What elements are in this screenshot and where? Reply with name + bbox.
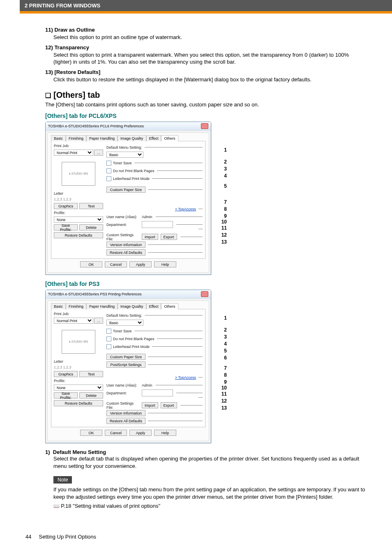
cancel-button[interactable]: Cancel: [105, 430, 127, 436]
graphics-button[interactable]: Graphics: [54, 203, 78, 209]
import-button[interactable]: Import: [142, 234, 158, 240]
close-icon[interactable]: [201, 123, 208, 129]
section-intro: The [Others] tab contains print options …: [45, 101, 367, 108]
note-label: Note: [53, 476, 72, 484]
tab-image[interactable]: Image Quality: [118, 303, 146, 309]
breadcrumb: 2 PRINTING FROM WINDOWS: [25, 2, 100, 9]
restore-defaults-button[interactable]: Restore Defaults: [54, 400, 103, 406]
page-footer: 44 Setting Up Print Options: [0, 534, 392, 551]
toner-checkbox[interactable]: [106, 329, 111, 334]
help-button[interactable]: Help: [154, 430, 176, 436]
printjob-details-button[interactable]: ...: [94, 150, 103, 156]
custom-paper-button[interactable]: Custom Paper Size: [106, 187, 145, 193]
book-link-text: P.18 "Setting initial values of print op…: [61, 503, 160, 509]
letterhead-checkbox[interactable]: [106, 176, 111, 181]
tab-paper[interactable]: Paper Handling: [86, 135, 118, 141]
delete-button[interactable]: Delete: [79, 224, 103, 230]
text-button[interactable]: Text: [79, 203, 103, 209]
letterhead-label: Letterhead Print Mode: [113, 177, 150, 181]
tab-bar: Basic Finishing Paper Handling Image Qua…: [51, 135, 205, 141]
blank-checkbox[interactable]: [106, 168, 111, 173]
ok-button[interactable]: OK: [80, 261, 102, 267]
graphics-button[interactable]: Graphics: [54, 371, 78, 377]
topaccess-link[interactable]: > TopAccess: [175, 207, 196, 211]
export-button[interactable]: Export: [161, 234, 177, 240]
book-reference: P.18 "Setting initial values of print op…: [53, 503, 367, 509]
page-nums: 1,2,3 1,2,3: [54, 197, 103, 201]
save-profile-button[interactable]: Save Profile:: [54, 224, 78, 230]
default-menu-select[interactable]: Basic: [106, 320, 143, 326]
section-title: [Others] tab: [53, 90, 100, 100]
chapter-header: 2 PRINTING FROM WINDOWS: [20, 0, 392, 14]
book-icon: [53, 503, 61, 509]
user-value: Admin: [142, 383, 152, 387]
printjob-select[interactable]: Normal Print: [54, 318, 93, 324]
user-value: Admin: [142, 215, 152, 219]
help-button[interactable]: Help: [154, 261, 176, 267]
item-12-title: 12) Transparency: [45, 44, 367, 51]
apply-button[interactable]: Apply: [129, 261, 152, 267]
printjob-details-button[interactable]: ...: [94, 318, 103, 324]
printjob-label: Print Job:: [54, 312, 103, 316]
item-11-title: 11) Draw as Outline: [45, 27, 367, 33]
tab-paper[interactable]: Paper Handling: [86, 303, 118, 309]
tab-effect[interactable]: Effect: [146, 135, 161, 141]
note-body: If you made settings on the [Others] tab…: [53, 486, 367, 500]
tab-others[interactable]: Others: [161, 135, 178, 141]
topaccess-link[interactable]: > TopAccess: [175, 375, 196, 380]
custom-paper-button[interactable]: Custom Paper Size: [106, 354, 145, 360]
tab-image[interactable]: Image Quality: [118, 135, 146, 141]
cancel-button[interactable]: Cancel: [105, 261, 127, 267]
default-menu-label: Default Menu Setting:: [106, 145, 142, 150]
tab-finishing[interactable]: Finishing: [66, 303, 86, 309]
restore-all-button[interactable]: Restore All Defaults: [106, 249, 145, 256]
ok-button[interactable]: OK: [80, 430, 102, 436]
restore-all-button[interactable]: Restore All Defaults: [106, 418, 145, 424]
item-11-body: Select this option to print an outline t…: [53, 34, 367, 41]
tab-finishing[interactable]: Finishing: [66, 135, 86, 141]
toner-checkbox[interactable]: [106, 161, 111, 166]
profile-select[interactable]: None: [54, 216, 103, 223]
footer-title: Setting Up Print Options: [39, 534, 96, 540]
callouts-ps3: 1 2 3 4 5 6 7 8 9 10 11 12 13: [211, 290, 228, 411]
toner-label: Toner Save: [113, 161, 132, 165]
paper-letter: Letter: [54, 359, 103, 364]
user-label: User name (Alias):: [106, 215, 139, 219]
postscript-settings-button[interactable]: PostScript Settings: [106, 362, 145, 368]
profile-label: Profile:: [54, 379, 103, 383]
tab-basic[interactable]: Basic: [51, 303, 66, 309]
close-icon[interactable]: [201, 291, 208, 297]
delete-button[interactable]: Delete: [79, 392, 103, 398]
blank-label: Do not Print Blank Pages: [113, 169, 154, 173]
section-heading: [Others] tab: [45, 90, 367, 100]
text-button[interactable]: Text: [79, 371, 103, 377]
tab-others[interactable]: Others: [161, 303, 178, 309]
letterhead-checkbox[interactable]: [106, 344, 111, 349]
profile-select[interactable]: None: [54, 385, 103, 391]
tab-effect[interactable]: Effect: [146, 303, 161, 309]
save-profile-button[interactable]: Save Profile:: [54, 392, 78, 398]
paper-letter: Letter: [54, 191, 103, 196]
export-button[interactable]: Export: [161, 402, 177, 408]
import-button[interactable]: Import: [142, 402, 158, 408]
tab-basic[interactable]: Basic: [51, 135, 66, 141]
preview: e-STUDIO 455: [54, 326, 103, 357]
defitem-title: Default Menu Setting: [53, 449, 106, 455]
blank-label: Do not Print Blank Pages: [113, 337, 154, 341]
apply-button[interactable]: Apply: [129, 430, 152, 436]
version-info-button[interactable]: Version Information: [106, 242, 145, 248]
default-menu-select[interactable]: Basic: [106, 152, 143, 158]
printjob-select[interactable]: Normal Print: [54, 150, 93, 156]
version-info-button[interactable]: Version Information: [106, 410, 145, 416]
item-12-body: Select this option to print a transparen…: [53, 51, 367, 66]
page-number: 44: [25, 534, 31, 540]
callouts-pcl6: 1 2 3 4 5 7 8 9 10 11 12 13: [211, 122, 228, 245]
user-label: User name (Alias):: [106, 383, 139, 387]
page-content: 11) Draw as Outline Select this option t…: [0, 14, 392, 509]
restore-defaults-button[interactable]: Restore Defaults: [54, 232, 103, 238]
profile-label: Profile:: [54, 211, 103, 215]
blank-checkbox[interactable]: [106, 336, 111, 341]
custfile-label: Custom Settings File:: [106, 401, 139, 410]
toner-label: Toner Save: [113, 329, 132, 333]
subhead-ps3: [Others] tab for PS3: [45, 281, 367, 287]
